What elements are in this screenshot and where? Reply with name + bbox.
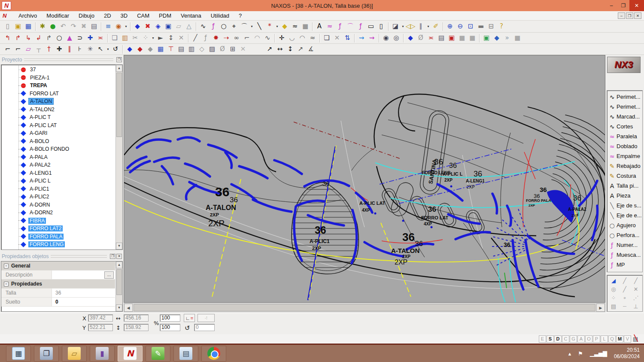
scroll-thumb[interactable] <box>116 73 122 137</box>
magnify-2-icon[interactable]: ◎ <box>391 33 401 43</box>
tree-item-a-plic-l[interactable]: A-PLIC L <box>1 177 115 185</box>
ruler-rg-icon[interactable]: ≍ <box>426 33 436 43</box>
circle-icon[interactable]: ○ <box>219 22 229 31</box>
layer-letter-c[interactable]: C <box>562 335 569 343</box>
curve-icon[interactable]: ∿ <box>198 22 208 31</box>
delete-piece-icon[interactable]: ✖ <box>143 22 153 31</box>
tool-rebajado[interactable]: ✎Rebajado <box>607 161 642 171</box>
flow-blue-icon[interactable]: ⇝ <box>356 33 367 43</box>
layer-letter-d[interactable]: D <box>554 335 562 343</box>
scroll-down-icon[interactable]: ▼ <box>116 243 122 249</box>
zoom-in-icon[interactable]: ⊕ <box>445 22 455 31</box>
scroll-thumb[interactable] <box>134 304 595 311</box>
scroll-down-icon[interactable]: ▼ <box>116 304 122 311</box>
menu-[interactable]: ? <box>234 12 246 20</box>
tool-eje-de-e[interactable]: ╲Eje de e... <box>607 210 642 220</box>
snap-endpoint-icon[interactable]: ╱ <box>619 276 630 285</box>
zoom-page-icon[interactable]: ⊡ <box>465 22 476 31</box>
magnify-1-icon[interactable]: ◉ <box>381 33 391 43</box>
layer-letter-q[interactable]: Q <box>608 335 616 343</box>
stitch-curve-icon[interactable]: ƒ <box>355 22 366 31</box>
snap-pin-icon[interactable]: ◢ <box>608 276 619 285</box>
pyramid-icon[interactable]: ▲ <box>64 33 75 43</box>
snap-angle-points-icon[interactable]: ⋰ <box>630 293 641 302</box>
move-all-icon[interactable]: ✚ <box>54 45 64 54</box>
width-field[interactable]: 456.16 <box>124 314 149 322</box>
erase-strike-icon[interactable]: ✕ <box>332 33 342 43</box>
tree-item-a-pala[interactable]: A-PALA <box>1 153 115 161</box>
property-group-general[interactable]: −General <box>1 262 115 271</box>
properties-scrollbar[interactable]: ▲ ▼ <box>115 262 122 311</box>
scale-x-field[interactable]: 100 <box>160 314 180 322</box>
anchor-icon[interactable]: ⊦ <box>75 45 85 54</box>
layer-letter-g[interactable]: G <box>570 335 577 343</box>
tool-cortes[interactable]: ∿Cortes <box>607 122 642 131</box>
layer-letter-l[interactable]: L <box>601 335 608 343</box>
corner-cut-icon[interactable]: ↳ <box>23 33 33 43</box>
image-green-icon[interactable]: ▣ <box>481 33 492 43</box>
redo-icon[interactable]: ↷ <box>68 22 79 31</box>
properties-sheet-icon[interactable]: ▤ <box>89 22 99 31</box>
mdi-minimize-button[interactable]: – <box>618 12 625 19</box>
stairs-icon[interactable]: ⌐ <box>242 33 252 43</box>
blob-3-icon[interactable]: ■ <box>512 33 522 43</box>
parallel-red-icon[interactable]: ∥ <box>64 45 75 54</box>
node-add-icon[interactable]: ✛ <box>276 33 287 43</box>
tree-scrollbar[interactable]: ▲ ▼ <box>115 65 122 249</box>
tree-item-a-talon[interactable]: A-TALON <box>1 97 115 106</box>
taskbar-app-cd-burner[interactable]: ▮ <box>90 346 115 362</box>
mdi-restore-button[interactable]: ❐ <box>626 12 633 19</box>
refresh-icon[interactable]: ↺ <box>110 45 121 54</box>
tree-item-a-dorn[interactable]: A-DORN <box>1 201 115 209</box>
taskbar-app-naxos[interactable]: N <box>118 346 143 362</box>
hatch-view-icon[interactable]: ▨ <box>207 45 217 54</box>
x-coordinate-field[interactable]: 397.42 <box>88 314 113 322</box>
dotted-curve-icon[interactable]: ƒ <box>200 33 211 43</box>
info-icon[interactable]: ● <box>48 22 58 31</box>
restore-button[interactable]: ❐ <box>617 0 629 11</box>
layer-letter-o[interactable]: O <box>585 335 592 343</box>
snap-nearest-icon[interactable]: ╱ <box>619 285 630 293</box>
menu-3d[interactable]: 3D <box>116 12 133 20</box>
corner-round-icon[interactable]: ↰ <box>3 33 13 43</box>
layer-letter-s[interactable]: S <box>547 335 554 343</box>
process-gears-icon[interactable]: ✱ <box>37 22 48 31</box>
polyline-caret[interactable]: ▾ <box>275 22 279 31</box>
open-file-icon[interactable]: ▣ <box>13 22 23 31</box>
calculator-icon[interactable]: ▦ <box>155 45 166 54</box>
diag-arrow-icon[interactable]: ↗ <box>295 45 306 54</box>
menu-utilidad[interactable]: Utilidad <box>206 12 234 20</box>
menu-modificar[interactable]: Modificar <box>42 12 74 20</box>
piece-3d-icon[interactable]: △ <box>184 22 194 31</box>
tree-item-pieza-1[interactable]: PIEZA-1 <box>1 74 115 82</box>
grade-points-button[interactable]: ∙⁝ <box>197 314 215 322</box>
properties-close-button[interactable]: ✕ <box>116 254 122 259</box>
zoom-out-icon[interactable]: ⊖ <box>455 22 465 31</box>
clone-icon[interactable]: ❏ <box>322 33 332 43</box>
menu-archivo[interactable]: Archivo <box>14 12 42 20</box>
strike-icon[interactable]: ✕ <box>176 33 186 43</box>
piece-limits-icon[interactable]: ▣ <box>163 22 173 31</box>
arc-magenta-icon[interactable]: ⌒ <box>345 22 355 31</box>
scroll-right-icon[interactable]: ▶ <box>596 304 605 312</box>
wave-edit-icon[interactable]: ≈ <box>290 22 300 31</box>
ellipse-icon[interactable]: ○ <box>54 33 64 43</box>
delete-icon[interactable]: ✖ <box>79 22 89 31</box>
tool-perimet[interactable]: ∿Perimet... <box>607 92 642 102</box>
link-diamond-icon[interactable]: ◇ <box>197 45 207 54</box>
property-value[interactable]: 36 <box>52 289 115 297</box>
rectangle-2-icon[interactable]: ▯ <box>376 22 386 31</box>
compass-icon[interactable]: ↗ <box>264 45 275 54</box>
diamond-arrows-icon[interactable]: ◆ <box>405 33 416 43</box>
tool-pieza[interactable]: APieza <box>607 191 642 201</box>
blob-2-icon[interactable]: ■ <box>467 33 477 43</box>
help-icon[interactable]: ? <box>496 22 507 31</box>
spray-icon[interactable]: ✳ <box>85 45 95 54</box>
clock[interactable]: 20:51 06/08/2024 <box>614 347 640 360</box>
project-dock-button[interactable]: ❐ <box>116 57 122 62</box>
tool-agujero[interactable]: ○Agujero <box>607 220 642 230</box>
point-icon[interactable]: ⌖ <box>229 22 239 31</box>
piece-ghost-icon[interactable]: ▱ <box>173 22 184 31</box>
tree-item-a-plic2[interactable]: A-PLIC2 <box>1 193 115 201</box>
align-scale-button[interactable]: ∟= <box>184 314 195 322</box>
